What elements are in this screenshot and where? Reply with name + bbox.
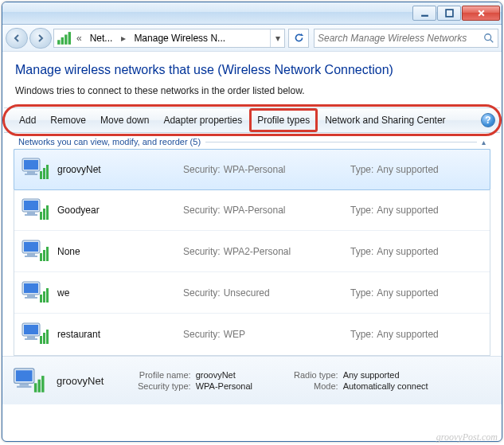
svg-rect-28 [46, 247, 49, 261]
wifi-icon [19, 194, 51, 226]
svg-rect-31 [27, 295, 35, 297]
svg-rect-37 [24, 325, 38, 334]
group-header[interactable]: Networks you can view, modify, and reord… [15, 135, 489, 149]
network-name: None [57, 246, 183, 257]
svg-rect-35 [46, 288, 49, 303]
svg-rect-47 [34, 383, 37, 392]
security-label: Security: [183, 164, 221, 175]
help-icon[interactable]: ? [481, 113, 495, 127]
toolbar-profile-types[interactable]: Profile types [249, 108, 318, 132]
page-subtitle: Windows tries to connect to these networ… [15, 85, 489, 96]
details-pane: groovyNet Profile name: groovyNet Securi… [2, 356, 502, 404]
details-mode-value: Automatically connect [343, 381, 428, 391]
details-securitytype-value: WPA-Personal [196, 381, 252, 391]
minimize-button[interactable] [412, 6, 436, 21]
refresh-button[interactable] [288, 29, 309, 48]
type-label: Type: [350, 287, 373, 299]
chevron-up-icon: ▴ [482, 138, 486, 146]
toolbar-move-down[interactable]: Move down [93, 108, 156, 132]
security-value: WPA-Personal [224, 164, 286, 175]
svg-rect-32 [25, 297, 37, 299]
details-profilename-label: Profile name: [138, 370, 191, 380]
search-input[interactable] [318, 33, 483, 44]
nav-bar: « Net... ▸ Manage Wireless N... ▾ [2, 25, 502, 52]
svg-rect-41 [43, 333, 45, 344]
network-name: groovyNet [57, 164, 183, 175]
security-value: WEP [224, 329, 245, 340]
svg-rect-13 [43, 168, 45, 179]
details-name: groovyNet [57, 375, 128, 387]
network-row[interactable]: restaurant Security:WEP Type:Any support… [14, 314, 490, 355]
details-mode-label: Mode: [294, 381, 338, 391]
details-securitytype-label: Security type: [138, 381, 191, 391]
network-name: we [57, 287, 183, 299]
type-value: Any supported [377, 205, 438, 216]
svg-rect-34 [43, 291, 45, 303]
network-row[interactable]: groovyNet Security:WPA-Personal Type:Any… [14, 149, 490, 190]
svg-rect-40 [40, 336, 42, 344]
svg-rect-27 [43, 250, 45, 261]
svg-rect-18 [25, 214, 37, 216]
security-label: Security: [183, 287, 221, 299]
security-label: Security: [183, 329, 221, 340]
svg-rect-25 [25, 256, 37, 257]
network-row[interactable]: we Security:Unsecured Type:Any supported [14, 272, 490, 314]
svg-point-6 [485, 33, 491, 40]
command-bar: Add Remove Move down Adapter properties … [4, 107, 500, 133]
network-row[interactable]: None Security:WPA2-Personal Type:Any sup… [14, 231, 490, 272]
search-icon [483, 33, 494, 44]
toolbar-adapter-properties[interactable]: Adapter properties [156, 108, 249, 132]
type-label: Type: [350, 205, 373, 216]
forward-button[interactable] [29, 28, 52, 49]
security-label: Security: [183, 205, 221, 216]
maximize-button[interactable] [437, 6, 461, 21]
svg-rect-48 [38, 380, 41, 392]
toolbar-network-sharing-center[interactable]: Network and Sharing Center [318, 108, 452, 132]
breadcrumb-seg-manage[interactable]: Manage Wireless N... [129, 29, 231, 47]
security-value: WPA-Personal [224, 205, 286, 216]
type-value: Any supported [377, 246, 438, 257]
type-label: Type: [350, 246, 373, 257]
signal-icon [57, 31, 71, 45]
page-title: Manage wireless networks that use (Wirel… [15, 63, 489, 77]
svg-line-7 [490, 39, 494, 42]
svg-rect-12 [40, 171, 42, 179]
details-radiotype-label: Radio type: [294, 370, 338, 380]
svg-rect-2 [57, 40, 60, 45]
svg-rect-23 [24, 242, 38, 252]
toolbar-add[interactable]: Add [12, 108, 43, 132]
svg-rect-10 [27, 171, 35, 174]
wifi-icon [19, 277, 51, 309]
chevron-right-icon: ▸ [118, 33, 129, 44]
type-value: Any supported [377, 287, 438, 299]
titlebar [2, 2, 502, 25]
svg-rect-19 [40, 212, 42, 220]
close-button[interactable] [462, 6, 500, 21]
breadcrumb[interactable]: « Net... ▸ Manage Wireless N... ▾ [53, 29, 285, 48]
group-header-label: Networks you can view, modify, and reord… [18, 137, 201, 146]
svg-rect-4 [64, 34, 67, 44]
wifi-icon [10, 363, 47, 398]
svg-rect-38 [27, 336, 35, 338]
type-label: Type: [350, 164, 373, 175]
breadcrumb-seg-network[interactable]: Net... [85, 29, 119, 47]
svg-rect-42 [46, 330, 49, 344]
network-list: groovyNet Security:WPA-Personal Type:Any… [14, 149, 490, 356]
svg-rect-20 [43, 209, 45, 220]
svg-rect-21 [46, 205, 49, 220]
network-row[interactable]: Goodyear Security:WPA-Personal Type:Any … [14, 189, 490, 231]
toolbar-remove[interactable]: Remove [43, 108, 93, 132]
window: « Net... ▸ Manage Wireless N... ▾ Manage… [2, 2, 502, 442]
svg-rect-5 [68, 32, 71, 45]
wifi-icon [19, 318, 51, 350]
breadcrumb-dropdown[interactable]: ▾ [270, 29, 284, 48]
search-box[interactable] [314, 29, 498, 48]
svg-rect-33 [40, 295, 42, 303]
svg-rect-11 [25, 174, 37, 175]
watermark: groovyPost.com [436, 431, 498, 443]
chevron-left-icon: « [73, 33, 85, 44]
svg-rect-39 [25, 338, 37, 340]
type-value: Any supported [377, 329, 438, 340]
back-button[interactable] [6, 28, 28, 49]
svg-rect-14 [46, 165, 49, 179]
